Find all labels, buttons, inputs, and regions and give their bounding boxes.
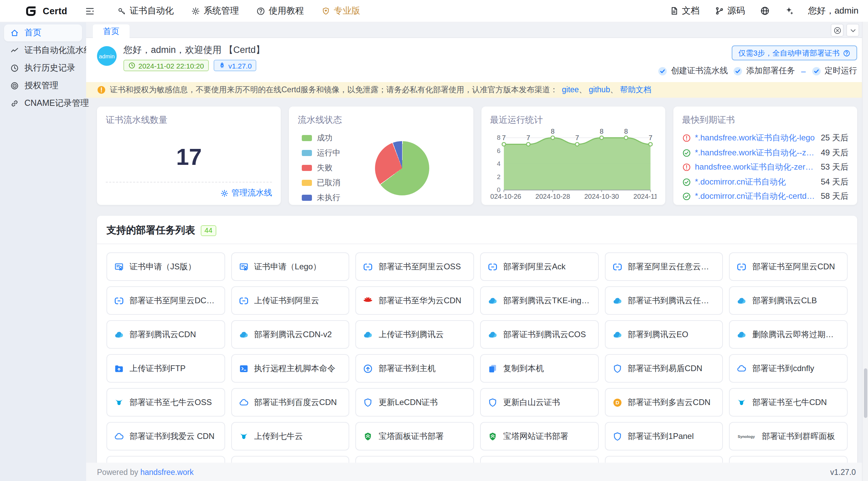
task-部署到腾讯云CLB[interactable]: 部署到腾讯云CLB (729, 286, 848, 315)
task-label: 部署证书至七牛CDN (752, 397, 827, 408)
task-上传证书到腾讯云[interactable]: 上传证书到腾讯云 (356, 320, 474, 349)
cert-days: 53 天后 (821, 161, 848, 173)
tool-assistant[interactable] (777, 0, 801, 22)
task-更新白山云证书[interactable]: 更新白山云证书 (480, 388, 598, 417)
sparkles-icon (784, 6, 794, 16)
legend-item-失败[interactable]: 失败 (302, 163, 340, 173)
nav-system-manage[interactable]: 系统管理 (183, 0, 248, 22)
task-row-partial[interactable] (106, 456, 225, 463)
user-greeting[interactable]: 您好，admin (808, 5, 859, 17)
task-上传证书到阿里云[interactable]: 上传证书到阿里云 (231, 286, 349, 315)
sidebar-item-证书自动化流水线[interactable]: 证书自动化流水线 (4, 42, 82, 59)
cert-icon (114, 262, 124, 272)
task-部署证书到我爱云 CDN[interactable]: 部署证书到我爱云 CDN (106, 422, 225, 450)
nav-cert-automation[interactable]: 证书自动化 (109, 0, 183, 22)
task-row-partial[interactable] (231, 456, 349, 463)
tool-source-code[interactable]: 源码 (707, 0, 752, 22)
task-证书申请（JS版）[interactable]: 证书申请（JS版） (106, 252, 225, 281)
task-部署到阿里云Ack[interactable]: 部署到阿里云Ack (480, 252, 598, 281)
cert-link[interactable]: *.handsfree.work证书自动化-lego (695, 132, 817, 144)
sidebar-item-授权管理[interactable]: 授权管理 (4, 77, 82, 94)
cert-link[interactable]: *.docmirror.cn证书自动化 (695, 176, 817, 188)
notice-link-gitee[interactable]: gitee (562, 85, 579, 94)
tasks-header: 支持的部署任务列表 44 (97, 216, 857, 244)
page-footer: Powered by handsfree.work v1.27.0 (86, 463, 868, 481)
notice-link-github[interactable]: github (589, 85, 610, 94)
legend-item-成功[interactable]: 成功 (302, 133, 340, 143)
task-部署证书至华为云CDN[interactable]: 部署证书至华为云CDN (356, 286, 474, 315)
sidebar-item-首页[interactable]: 首页 (4, 24, 82, 41)
legend-item-未执行[interactable]: 未执行 (302, 193, 340, 203)
cert-link[interactable]: handsfree.work证书自动化-zerossl (695, 161, 817, 173)
legend-item-已取消[interactable]: 已取消 (302, 178, 340, 188)
task-部署至阿里云任意云资源[interactable]: 部署至阿里云任意云资源 (605, 252, 723, 281)
nav-label: 使用教程 (269, 5, 304, 17)
tab-menu-button[interactable] (846, 24, 859, 37)
task-row-partial[interactable] (356, 456, 474, 463)
cert-icon (238, 262, 249, 272)
avatar[interactable]: admin (97, 46, 117, 66)
manage-pipelines-link[interactable]: 管理流水线 (221, 187, 272, 199)
legend-item-运行中[interactable]: 运行中 (302, 148, 340, 158)
task-部署证书至七牛CDN[interactable]: 部署证书至七牛CDN (729, 388, 848, 417)
task-执行远程主机脚本命令[interactable]: 执行远程主机脚本命令 (231, 354, 349, 383)
task-部署证书到群晖面板[interactable]: Synology部署证书到群晖面板 (729, 422, 848, 450)
task-部署证书至阿里云CDN[interactable]: 部署证书至阿里云CDN (729, 252, 848, 281)
task-部署证书到易盾CDN[interactable]: 部署证书到易盾CDN (605, 354, 723, 383)
task-row-partial[interactable] (729, 456, 848, 463)
check-circle-icon (658, 66, 668, 76)
handsfree-link[interactable]: handsfree.work (140, 468, 194, 476)
sidebar-item-CNAME记录管理[interactable]: CNAME记录管理 (4, 95, 82, 112)
pro-icon (322, 6, 331, 15)
scrollbar-thumb[interactable] (864, 368, 867, 418)
task-部署证书到主机[interactable]: 部署证书到主机 (356, 354, 474, 383)
close-tabs-button[interactable] (831, 24, 844, 37)
task-证书申请（Lego）[interactable]: 证书申请（Lego） (231, 252, 349, 281)
brand-name: Certd (43, 6, 67, 16)
shield-icon (488, 397, 498, 407)
tencent-icon (612, 329, 622, 340)
task-上传证书到FTP[interactable]: 上传证书到FTP (106, 354, 225, 383)
menu-fold-icon[interactable] (85, 6, 95, 16)
task-更新LeCDN证书[interactable]: 更新LeCDN证书 (356, 388, 474, 417)
task-部署证书到百度云CDN[interactable]: 部署证书到百度云CDN (231, 388, 349, 417)
task-宝塔面板证书部署[interactable]: 宝塔面板证书部署 (356, 422, 474, 450)
task-部署到腾讯云TKE-ingress[interactable]: 部署到腾讯云TKE-ingress (480, 286, 598, 315)
task-row-partial[interactable] (480, 456, 598, 463)
nav-tutorial[interactable]: 使用教程 (248, 0, 313, 22)
task-复制到本机[interactable]: 复制到本机 (480, 354, 598, 383)
task-部署证书到cdnfly[interactable]: 部署证书到cdnfly (729, 354, 848, 383)
nav-pro-version[interactable]: 专业版 (313, 0, 369, 22)
task-部署证书至阿里云OSS[interactable]: 部署证书至阿里云OSS (356, 252, 474, 281)
task-部署证书到腾讯云任意云资源[interactable]: 部署证书到腾讯云任意云资源 (605, 286, 723, 315)
task-部署证书到多吉云CDN[interactable]: D部署证书到多吉云CDN (605, 388, 723, 417)
task-删除腾讯云即将过期证书[interactable]: 删除腾讯云即将过期证书 (729, 320, 848, 349)
quick-start-button[interactable]: 仅需3步，全自动申请部署证书 (732, 45, 857, 60)
tool-docs[interactable]: 文档 (662, 0, 707, 22)
notice-link-帮助文档[interactable]: 帮助文档 (620, 85, 651, 94)
cert-link[interactable]: *.handsfree.work证书自动化--zerossl (695, 147, 817, 158)
tool-language[interactable] (752, 0, 777, 22)
task-部署证书至阿里云DCDN[interactable]: 部署证书至阿里云DCDN (106, 286, 225, 315)
task-label: 部署证书到cdnfly (752, 363, 814, 374)
task-部署到腾讯云EO[interactable]: 部署到腾讯云EO (605, 320, 723, 349)
task-部署证书至七牛云OSS[interactable]: 部署证书至七牛云OSS (106, 388, 225, 417)
cert-link[interactable]: *.docmirror.cn证书自动化-certd-doc (695, 191, 817, 202)
task-宝塔网站证书部署[interactable]: 宝塔网站证书部署 (480, 422, 598, 450)
qiniu-icon (114, 397, 124, 407)
sidebar-item-执行历史记录[interactable]: 执行历史记录 (4, 60, 82, 77)
tab-home[interactable]: 首页 (93, 24, 130, 38)
task-部署证书到腾讯云COS[interactable]: 部署证书到腾讯云COS (480, 320, 598, 349)
task-label: 更新LeCDN证书 (379, 397, 438, 408)
task-label: 部署证书至阿里云CDN (752, 261, 835, 272)
task-label: 复制到本机 (503, 363, 544, 374)
task-row-partial[interactable] (605, 456, 723, 463)
header-left: Certd 证书自动化系统管理使用教程专业版 (0, 0, 369, 22)
task-上传到七牛云[interactable]: 上传到七牛云 (231, 422, 349, 450)
synology-icon: Synology (737, 431, 756, 441)
task-部署到腾讯云CDN-v2[interactable]: 部署到腾讯云CDN-v2 (231, 320, 349, 349)
task-部署证书到1Panel[interactable]: 部署证书到1Panel (605, 422, 723, 450)
legend-label: 成功 (317, 133, 333, 143)
legend-swatch (302, 135, 312, 141)
task-部署到腾讯云CDN[interactable]: 部署到腾讯云CDN (106, 320, 225, 349)
